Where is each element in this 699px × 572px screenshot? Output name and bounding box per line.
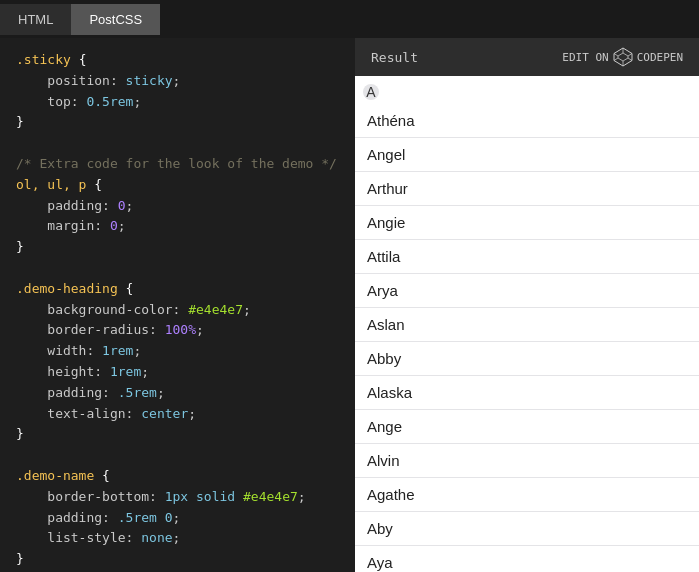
code-editor[interactable]: .sticky { position: sticky; top: 0.5rem;…	[0, 38, 355, 572]
tab-html[interactable]: HTML	[0, 4, 71, 35]
result-panel-header: Result EDIT ON CODEPEN	[355, 38, 699, 76]
result-panel: Result EDIT ON CODEPEN	[355, 38, 699, 572]
svg-marker-1	[618, 53, 628, 61]
group-heading-a: A	[363, 84, 379, 100]
codepen-name-label: CODEPEN	[637, 51, 683, 64]
list-item: Aby	[355, 512, 699, 546]
list-item: Attila	[355, 240, 699, 274]
edit-on-label: EDIT ON	[562, 51, 608, 64]
svg-line-7	[614, 54, 618, 57]
codepen-brand: EDIT ON CODEPEN	[562, 47, 683, 67]
tab-group-left: HTML PostCSS	[0, 4, 160, 35]
list-item: Alaska	[355, 376, 699, 410]
tab-result[interactable]: Result	[371, 50, 418, 65]
code-content: .sticky { position: sticky; top: 0.5rem;…	[16, 50, 339, 572]
svg-line-4	[628, 58, 632, 61]
list-item: Agathe	[355, 478, 699, 512]
result-content[interactable]: A AthénaAngelArthurAngieAttilaAryaAslanA…	[355, 76, 699, 572]
list-item: Ange	[355, 410, 699, 444]
list-item: Abby	[355, 342, 699, 376]
list-item: Arthur	[355, 172, 699, 206]
top-bar: HTML PostCSS	[0, 0, 699, 38]
list-item: Angie	[355, 206, 699, 240]
tab-postcss[interactable]: PostCSS	[71, 4, 160, 35]
svg-line-3	[628, 54, 632, 57]
list-item: Athéna	[355, 104, 699, 138]
svg-line-6	[614, 58, 618, 61]
codepen-logo-icon	[613, 47, 633, 67]
list-item: Alvin	[355, 444, 699, 478]
main-content: .sticky { position: sticky; top: 0.5rem;…	[0, 38, 699, 572]
list-item: Angel	[355, 138, 699, 172]
list-item: Aya	[355, 546, 699, 572]
list-item: Arya	[355, 274, 699, 308]
name-list: A AthénaAngelArthurAngieAttilaAryaAslanA…	[355, 84, 699, 572]
list-item: Aslan	[355, 308, 699, 342]
